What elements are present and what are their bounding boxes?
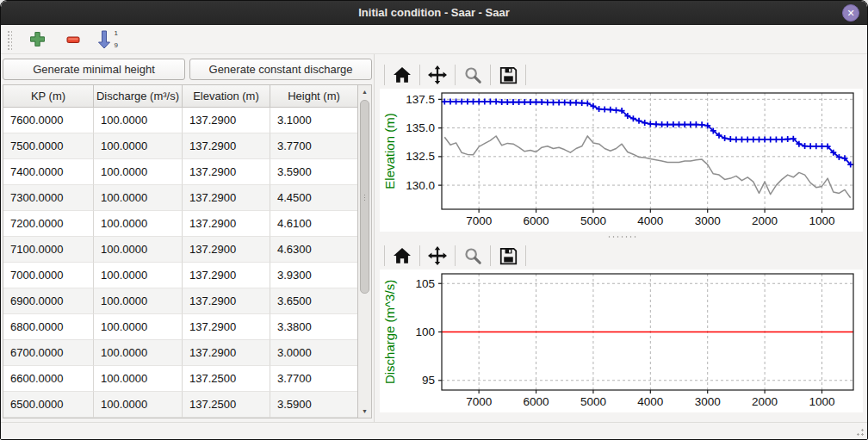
table-cell[interactable]: 137.2900	[183, 133, 270, 159]
home-icon	[393, 247, 412, 264]
title-bar[interactable]: Initial condition - Saar - Saar ✕	[1, 1, 867, 25]
table-cell[interactable]: 3.0000	[270, 340, 357, 366]
home-button[interactable]	[389, 244, 415, 268]
generate-minimal-height-button[interactable]: Generate minimal height	[3, 59, 185, 80]
table-row[interactable]: 7100.0000100.0000137.29004.6300	[3, 237, 357, 263]
scroll-up-arrow-icon[interactable]: ▲	[358, 85, 371, 98]
table-row[interactable]: 7500.0000100.0000137.29003.7700	[3, 133, 357, 159]
zoom-button[interactable]	[460, 244, 486, 268]
svg-text:130.0: 130.0	[406, 179, 435, 192]
table-cell[interactable]: 4.4500	[270, 185, 357, 211]
save-button[interactable]	[495, 244, 521, 268]
table-row[interactable]: 6600.0000100.0000137.25003.7700	[3, 366, 357, 392]
remove-row-button[interactable]	[62, 28, 84, 51]
table-cell[interactable]: 6800.0000	[3, 314, 94, 340]
table-cell[interactable]: 3.3800	[270, 314, 357, 340]
plot-splitter[interactable]	[380, 232, 863, 242]
table-cell[interactable]: 7300.0000	[3, 185, 94, 211]
toolbar-separator	[490, 65, 491, 85]
table-row[interactable]: 7600.0000100.0000137.29003.1000	[3, 108, 357, 133]
table-cell[interactable]: 3.5900	[270, 392, 357, 418]
table-cell[interactable]: 100.0000	[94, 185, 183, 211]
home-button[interactable]	[389, 63, 415, 87]
table-scrollbar[interactable]: ▲ ▼	[357, 85, 371, 418]
scroll-down-arrow-icon[interactable]: ▼	[358, 405, 371, 418]
toolbar-drag-handle[interactable]	[6, 29, 12, 50]
table-cell[interactable]: 137.2500	[183, 392, 270, 418]
table-cell[interactable]: 137.2900	[183, 237, 270, 263]
table-cell[interactable]: 137.2900	[183, 159, 270, 185]
table-row[interactable]: 7400.0000100.0000137.29003.5900	[3, 159, 357, 185]
sort-ascending-button[interactable]: 1 9	[98, 28, 119, 51]
table-row[interactable]: 6800.0000100.0000137.29003.3800	[3, 314, 357, 340]
column-header[interactable]: Elevation (m)	[183, 85, 270, 107]
generate-constant-discharge-button[interactable]: Generate constant discharge	[189, 59, 372, 80]
column-header[interactable]: Height (m)	[270, 85, 357, 107]
zoom-button[interactable]	[460, 63, 486, 87]
table-cell[interactable]: 6900.0000	[3, 288, 94, 314]
pan-move-icon	[428, 65, 447, 84]
elevation-figure[interactable]: 7000600050004000300020001000137.5135.013…	[380, 89, 863, 232]
left-panel: Generate minimal height Generate constan…	[1, 54, 374, 422]
pan-button[interactable]	[425, 244, 450, 268]
table-row[interactable]: 7200.0000100.0000137.29004.6100	[3, 211, 357, 237]
table-cell[interactable]: 100.0000	[94, 133, 183, 159]
table-cell[interactable]: 137.2900	[183, 108, 270, 133]
table-cell[interactable]: 100.0000	[94, 340, 183, 366]
scrollbar-track[interactable]	[358, 98, 371, 405]
table-cell[interactable]: 3.1000	[270, 108, 357, 133]
scrollbar-thumb[interactable]	[360, 100, 369, 294]
table-cell[interactable]: 4.6300	[270, 237, 357, 263]
svg-text:5000: 5000	[580, 214, 606, 227]
table-cell[interactable]: 100.0000	[94, 392, 183, 418]
svg-text:Discharge (m^3/s): Discharge (m^3/s)	[382, 280, 397, 384]
table-cell[interactable]: 137.2900	[183, 314, 270, 340]
table-row[interactable]: 6900.0000100.0000137.29003.6500	[3, 288, 357, 314]
table-cell[interactable]: 100.0000	[94, 211, 183, 237]
table-cell[interactable]: 6700.0000	[3, 340, 94, 366]
table-cell[interactable]: 7600.0000	[3, 108, 94, 133]
table-cell[interactable]: 137.2900	[183, 288, 270, 314]
resize-grip-icon[interactable]	[853, 425, 865, 437]
table-cell[interactable]: 100.0000	[94, 314, 183, 340]
table-cell[interactable]: 3.6500	[270, 288, 357, 314]
table-cell[interactable]: 4.6100	[270, 211, 357, 237]
table-cell[interactable]: 137.2900	[183, 263, 270, 288]
table-cell[interactable]: 7500.0000	[3, 133, 94, 159]
table-cell[interactable]: 7100.0000	[3, 237, 94, 263]
table-cell[interactable]: 6500.0000	[3, 392, 94, 418]
table-cell[interactable]: 137.2900	[183, 185, 270, 211]
table-row[interactable]: 6700.0000100.0000137.29003.0000	[3, 340, 357, 366]
table-cell[interactable]: 137.2900	[183, 211, 270, 237]
table-cell[interactable]: 7200.0000	[3, 211, 94, 237]
add-row-button[interactable]	[26, 28, 48, 51]
table-cell[interactable]: 6600.0000	[3, 366, 94, 392]
table-row[interactable]: 7000.0000100.0000137.29003.9300	[3, 263, 357, 288]
table-grid: KP (m)Discharge (m³/s)Elevation (m)Heigh…	[3, 85, 357, 418]
discharge-figure[interactable]: 700060005000400030002000100010510095Disc…	[380, 270, 863, 412]
column-header[interactable]: KP (m)	[3, 85, 94, 107]
table-cell[interactable]: 100.0000	[94, 288, 183, 314]
table-cell[interactable]: 100.0000	[94, 366, 183, 392]
table-cell[interactable]: 3.9300	[270, 263, 357, 288]
table-cell[interactable]: 100.0000	[94, 237, 183, 263]
table-row[interactable]: 7300.0000100.0000137.29004.4500	[3, 185, 357, 211]
svg-text:135.0: 135.0	[406, 121, 435, 134]
column-header[interactable]: Discharge (m³/s)	[94, 85, 183, 107]
table-cell[interactable]: 3.5900	[270, 159, 357, 185]
pan-button[interactable]	[425, 63, 450, 87]
discharge-chart: 700060005000400030002000100010510095Disc…	[380, 270, 862, 412]
svg-text:2000: 2000	[752, 214, 778, 227]
table-cell[interactable]: 3.7700	[270, 366, 357, 392]
table-cell[interactable]: 7400.0000	[3, 159, 94, 185]
close-button[interactable]: ✕	[842, 4, 859, 22]
table-cell[interactable]: 100.0000	[94, 159, 183, 185]
save-button[interactable]	[495, 63, 521, 87]
table-cell[interactable]: 100.0000	[94, 108, 183, 133]
table-cell[interactable]: 137.2900	[183, 340, 270, 366]
table-cell[interactable]: 3.7700	[270, 133, 357, 159]
table-cell[interactable]: 100.0000	[94, 263, 183, 288]
table-cell[interactable]: 137.2500	[183, 366, 270, 392]
table-cell[interactable]: 7000.0000	[3, 263, 94, 288]
table-row[interactable]: 6500.0000100.0000137.25003.5900	[3, 392, 357, 418]
